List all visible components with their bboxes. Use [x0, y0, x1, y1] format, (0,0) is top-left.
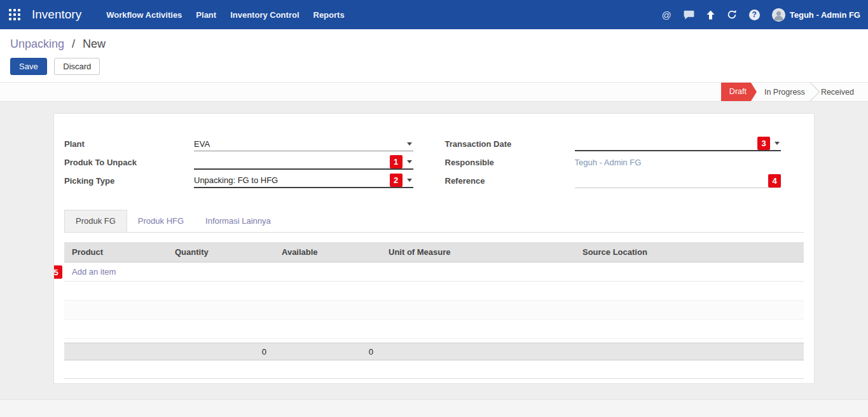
picking-type-label: Picking Type — [64, 176, 194, 186]
content-area: Plant EVA Transaction Date 3 Produk — [0, 102, 868, 399]
plant-select[interactable]: EVA — [194, 137, 413, 151]
chevron-separator-icon — [801, 83, 820, 102]
table-header-row: Product Quantity Available Unit of Measu… — [64, 242, 804, 263]
menu-workflow-activities[interactable]: Workflow Activities — [99, 6, 189, 24]
dropdown-caret-icon — [407, 160, 412, 163]
navbar-left: Inventory Workflow Activities Plant Inve… — [0, 0, 352, 29]
breadcrumb: Unpacking / New — [10, 38, 858, 51]
navbar-right: @ ? Teguh - Admin FG — [662, 8, 868, 22]
table-tail-row — [64, 360, 804, 379]
field-row-picking-type: Picking Type Unpacking: FG to HFG 2 — [64, 172, 424, 190]
user-menu[interactable]: Teguh - Admin FG — [772, 8, 860, 22]
table-empty-row — [64, 282, 804, 301]
form-sheet: Plant EVA Transaction Date 3 Produk — [53, 113, 815, 384]
field-row-plant: Plant EVA — [64, 135, 424, 153]
user-avatar-icon — [772, 8, 785, 22]
produk-to-unpack-label: Produk To Unpack — [64, 158, 194, 167]
responsible-label: Responsible — [445, 158, 575, 167]
user-name: Teguh - Admin FG — [790, 10, 860, 20]
plant-label: Plant — [64, 139, 194, 149]
mentions-icon[interactable]: @ — [662, 10, 672, 20]
table-spacer-row — [64, 339, 804, 343]
annotation-badge-3: 3 — [757, 137, 770, 150]
page-footer — [0, 399, 868, 417]
field-row-transaction-date: Transaction Date 3 — [445, 135, 804, 153]
statusbar: Draft In Progress Received — [0, 82, 868, 102]
form-fields: Plant EVA Transaction Date 3 Produk — [64, 135, 804, 190]
add-item-cell[interactable]: 5 Add an item — [64, 263, 804, 282]
responsible-value: Teguh - Admin FG — [575, 158, 782, 167]
tab-produk-hfg[interactable]: Produk HFG — [127, 210, 195, 232]
help-icon[interactable]: ? — [749, 10, 760, 20]
top-navbar: Inventory Workflow Activities Plant Inve… — [0, 0, 868, 29]
menu-plant[interactable]: Plant — [189, 6, 223, 24]
discard-button[interactable]: Discard — [54, 58, 100, 75]
refresh-icon[interactable] — [727, 10, 737, 20]
action-buttons: Save Discard — [10, 58, 858, 75]
notebook-tabs: Produk FG Produk HFG Informasi Lainnya — [64, 210, 804, 233]
app-title[interactable]: Inventory — [32, 8, 81, 22]
picking-type-value: Unpacking: FG to HFG — [194, 175, 390, 185]
table-empty-row — [64, 301, 804, 320]
reference-input[interactable]: 4 — [575, 174, 782, 188]
save-button[interactable]: Save — [10, 58, 47, 75]
menu-reports[interactable]: Reports — [307, 6, 352, 24]
table-totals-row: 0 0 — [64, 343, 804, 360]
produk-to-unpack-select[interactable]: 1 — [194, 155, 413, 170]
breadcrumb-unpacking[interactable]: Unpacking — [10, 38, 64, 50]
responsible-field[interactable]: Teguh - Admin FG — [575, 155, 782, 170]
field-row-produk-to-unpack: Produk To Unpack 1 — [64, 153, 424, 172]
apps-grid-icon[interactable] — [0, 0, 29, 29]
tab-produk-fg[interactable]: Produk FG — [64, 210, 127, 233]
add-an-item-link[interactable]: Add an item — [72, 267, 116, 277]
status-draft[interactable]: Draft — [721, 83, 757, 101]
chat-icon[interactable] — [684, 10, 694, 20]
menu-inventory-control[interactable]: Inventory Control — [223, 6, 306, 24]
total-quantity: 0 — [167, 343, 274, 360]
column-header-quantity: Quantity — [167, 242, 274, 263]
transaction-date-label: Transaction Date — [445, 139, 575, 149]
picking-type-select[interactable]: Unpacking: FG to HFG 2 — [194, 174, 413, 188]
add-item-row: 5 Add an item — [64, 263, 804, 282]
breadcrumb-separator: / — [72, 38, 75, 50]
dropdown-caret-icon — [407, 179, 412, 182]
top-menu: Workflow Activities Plant Inventory Cont… — [99, 0, 351, 29]
annotation-badge-5: 5 — [53, 265, 62, 278]
total-available: 0 — [274, 343, 381, 360]
status-received[interactable]: Received — [821, 88, 854, 97]
product-lines-table: Product Quantity Available Unit of Measu… — [64, 242, 804, 379]
field-row-responsible: Responsible Teguh - Admin FG — [445, 153, 804, 172]
tab-informasi-lainnya[interactable]: Informasi Lainnya — [195, 210, 282, 232]
dropdown-caret-icon — [407, 142, 412, 146]
annotation-badge-1: 1 — [390, 155, 403, 168]
control-panel: Unpacking / New Save Discard — [0, 29, 868, 82]
page: Inventory Workflow Activities Plant Inve… — [0, 0, 868, 417]
column-header-source-location: Source Location — [575, 242, 804, 263]
column-header-unit-of-measure: Unit of Measure — [381, 242, 575, 263]
annotation-badge-4: 4 — [768, 174, 781, 188]
transaction-date-input[interactable]: 3 — [575, 137, 782, 151]
upload-arrow-icon[interactable] — [706, 10, 715, 20]
reference-label: Reference — [445, 176, 575, 186]
field-row-reference: Reference 4 — [445, 172, 804, 190]
column-header-product: Product — [64, 242, 167, 263]
annotation-badge-2: 2 — [390, 174, 403, 187]
status-in-progress[interactable]: In Progress — [764, 88, 805, 97]
breadcrumb-new: New — [83, 38, 106, 50]
dropdown-caret-icon — [775, 142, 780, 145]
column-header-available: Available — [274, 242, 381, 263]
table-empty-row — [64, 320, 804, 339]
plant-value: EVA — [194, 139, 403, 149]
